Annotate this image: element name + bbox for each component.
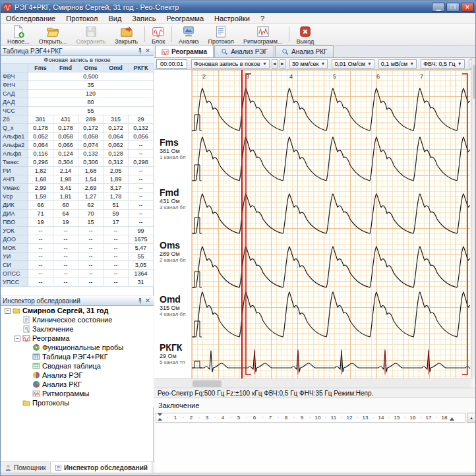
ruler-tick: · [274,415,282,421]
menu-item-2[interactable]: Протокол [61,14,103,23]
--button[interactable]: Блок [147,24,169,44]
folder-close-icon [120,25,133,38]
status-bar: Рео-Спектр Fq:500 Гц Fz:±100 кГц ФВЧ:0,5… [154,388,476,398]
menu-item-3[interactable]: Вид [103,14,127,23]
pin-icon[interactable] [136,47,144,55]
table-row: Zб38143128931529 [1,115,154,124]
main-toolbar: Новое...Открыть...СохранитьЗакрытьБлокАн… [1,24,476,45]
chart-toolbar: 00:00:01Фоновая запись в покое▼◄►30 мм/с… [154,58,476,70]
margin-marker-left[interactable] [158,413,162,422]
analysis-rkg-icon [32,380,40,388]
expander-icon[interactable]: − [5,308,11,314]
tree-item-label: Клиническое состояние [32,316,112,324]
svg-text:7: 7 [420,73,423,80]
table-row: ДИА71647059-- [1,210,154,218]
tree-item--[interactable]: Анализ РЭГ [1,371,154,380]
conclusion-ruler: ·1·2·3·4·5·6·7·8·9·10·11·12·13·14·15·16·… [156,413,465,423]
toolbar-button-label: Закрыть [115,38,138,45]
ruler-number: 15 [393,415,401,421]
tree-item-label: Заключение [32,325,73,333]
table-row: УПСС--------31 [1,278,154,287]
tree-item--[interactable]: Ритмограммы [1,389,154,398]
tree-item--[interactable]: Заключение [1,324,154,334]
close-button[interactable]: ✕ [461,3,474,12]
application-window: РЭГ4+РКГ, Смирнов Сергей, 31 год - Рео-С… [0,0,476,476]
table-row: УИ--------55 [1,253,154,261]
pin-icon[interactable] [136,297,144,305]
ruler-number: 10 [314,415,322,421]
toolbar-button-label: Протокол [208,38,233,45]
table-row: Альфа0,1160,1240,1320,128-- [1,150,154,158]
ruler-number: 16 [409,415,417,421]
vertical-scrollbar[interactable] [471,58,476,378]
tree-item--[interactable]: Клиническое состояние [1,315,154,324]
tree-item--[interactable]: −Реограмма [1,334,154,343]
conclusion-editor[interactable] [156,424,476,471]
ruler-number: 5 [235,415,243,421]
svg-text:2: 2 [202,73,206,80]
ruler-tick: · [401,415,409,421]
view-tab--[interactable]: Реограмма [155,45,214,57]
--button[interactable]: Выход [291,24,318,44]
select-value: ФВЧ: 0,5 Гц [423,60,455,68]
menu-item-7[interactable]: ? [255,14,270,23]
--button[interactable]: Протокол [203,24,238,44]
waveform-chart[interactable]: 234567 [192,70,470,378]
tree-item--[interactable]: Анализ РКГ [1,380,154,389]
window-title: РЭГ4+РКГ, Смирнов Сергей, 31 год - Рео-С… [15,3,432,11]
menu-item-4[interactable]: Запись [127,14,161,23]
view-tab--[interactable]: Анализ РКГ [275,45,334,57]
sweep-speed-select[interactable]: 30 мм/сек▼ [289,59,328,69]
tree-item-label: Смирнов Сергей, 31 год [22,307,108,314]
record-select[interactable]: Фоновая запись в покое▼ [191,59,270,69]
tree-item--[interactable]: Протоколы [1,398,154,407]
rhythmograms-icon [32,390,40,398]
menu-item-1[interactable]: Обследование [1,14,61,23]
ruler-number: 14 [377,415,385,421]
menu-item-5[interactable]: Реограмма [161,14,209,23]
table-row: Альфа20,0640,0660,0740,062-- [1,141,154,150]
table-panel-title: Таблица РЭГ4+РКГ [3,47,135,55]
toolbar-button-label: Блок [152,38,165,45]
tree-item--4-[interactable]: Таблица РЭГ4+РКГ [1,352,154,361]
tree-item-label: Анализ РЭГ [42,371,82,379]
maximize-button[interactable]: ❐ [446,3,460,12]
--button[interactable]: Открыть... [34,24,72,44]
magnifier-icon [282,48,289,55]
margin-marker-right[interactable] [450,413,454,422]
expander-icon[interactable]: − [15,336,20,342]
hpf-select[interactable]: ФВЧ: 0,5 Гц▼ [421,59,464,69]
--button[interactable]: Закрыть [110,24,142,44]
panel-close-icon[interactable]: ✕ [144,47,152,55]
ruler-tick: · [417,415,425,421]
column-header: Fmd [53,64,78,73]
tree-item--[interactable]: Сводная таблица [1,361,154,371]
--button[interactable]: Новое... [3,24,34,44]
next-record-button[interactable]: ► [280,59,285,69]
toolbar-button-label: Анализ [179,38,198,45]
time-display: 00:00:01 [156,59,187,69]
minimize-button[interactable]: ▁ [432,3,445,12]
channel-label-fms: Fms381 Ом1 канал бп [160,137,185,160]
menu-bar: ОбследованиеПротоколВидЗаписьРеограммаНа… [1,13,476,24]
table-row: СИ--------3,05 [1,261,154,270]
view-tab--[interactable]: Анализ РЭГ [214,45,274,57]
panel-close-icon[interactable]: ✕ [144,297,152,305]
rheo-gain-select[interactable]: 0,01 Ом/см▼ [332,59,374,69]
ruler-scroll-button[interactable]: ▴ [467,413,476,423]
ruler-number: 18 [440,415,448,421]
menu-item-6[interactable]: Настройки [209,14,255,23]
ecg-gain-select[interactable]: 0,1 мВ/см▼ [378,59,417,69]
--button[interactable]: Ритмограмм... [239,24,287,44]
column-header: Fms [28,64,53,73]
toolbar-button-label: Открыть... [39,38,67,45]
--button[interactable]: Анализ [174,24,203,44]
channel-label-column: Fms381 Ом1 канал бпFmd431 Ом3 канал бпOm… [154,70,192,378]
tree-item--[interactable]: Функциональные пробы [1,343,154,352]
tree-item--31-[interactable]: −Смирнов Сергей, 31 год [1,306,154,315]
patient-folder-icon [13,307,20,314]
horizontal-scrollbar[interactable] [154,378,471,388]
dock-tab--[interactable]: Инспектор обследований [51,462,152,473]
dock-tab--[interactable]: Помощник [1,462,51,473]
prev-record-button[interactable]: ◄ [272,59,278,69]
